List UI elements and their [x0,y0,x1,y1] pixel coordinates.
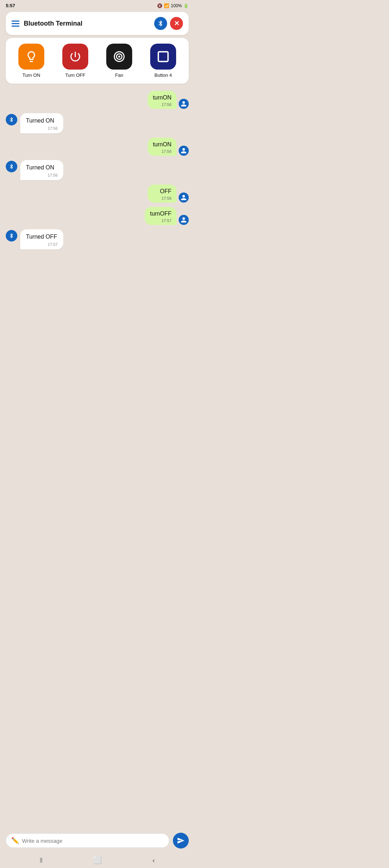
button4-label: Button 4 [155,72,172,78]
turn-on-wrap: Turn ON [18,44,44,78]
svg-rect-0 [158,52,168,62]
status-icons: 🔇 📶 100% 🔋 [157,3,189,8]
sent-time-2: 17:56 [153,149,171,154]
wifi-icon: 📶 [164,3,169,8]
bt-avatar-3 [6,230,17,242]
header: Bluetooth Terminal ✕ [6,12,189,35]
sent-bubble-4: turnOFF 17:57 [145,207,176,225]
button4-button[interactable] [150,44,176,70]
received-bubble-2: Turned ON 17:56 [20,160,63,180]
user-avatar-1 [179,99,189,109]
sent-bubble-1: turnON 17:56 [148,91,176,109]
sent-text-1: turnON [153,94,171,101]
fan-button[interactable] [106,44,132,70]
message-sent-4: turnOFF 17:57 [145,207,189,225]
sent-time-1: 17:56 [153,102,171,107]
message-received-1: Turned ON 17:56 [6,113,63,133]
sent-text-4: turnOFF [150,211,171,217]
message-sent-3: OFF 17:56 [148,185,189,203]
turn-off-wrap: Turn OFF [62,44,88,78]
status-bar: 5:57 🔇 📶 100% 🔋 [0,0,194,10]
battery-text: 100% [171,3,182,8]
turn-on-label: Turn ON [22,72,40,78]
message-received-2: Turned ON 17:56 [6,160,63,180]
received-bubble-3: Turned OFF 17:57 [20,229,63,249]
buttons-panel: Turn ON Turn OFF Fan Button 4 [6,38,189,84]
user-avatar-3 [179,192,189,203]
sent-text-3: OFF [153,188,171,195]
message-sent-2: turnON 17:56 [148,138,189,156]
received-bubble-1: Turned ON 17:56 [20,113,63,133]
sent-bubble-3: OFF 17:56 [148,185,176,203]
mute-icon: 🔇 [157,3,162,8]
menu-button[interactable] [12,21,19,27]
sent-bubble-2: turnON 17:56 [148,138,176,156]
received-time-2: 17:56 [26,173,58,177]
received-time-3: 17:57 [26,242,58,247]
button4-wrap: Button 4 [150,44,176,78]
fan-label: Fan [115,72,123,78]
user-avatar-2 [179,146,189,156]
fan-wrap: Fan [106,44,132,78]
status-time: 5:57 [6,3,15,8]
bt-avatar-2 [6,161,17,172]
user-avatar-4 [179,215,189,225]
message-received-3: Turned OFF 17:57 [6,229,63,249]
received-text-3: Turned OFF [26,234,58,240]
turn-off-label: Turn OFF [65,72,85,78]
header-icons: ✕ [154,17,183,30]
sent-time-4: 17:57 [150,218,171,223]
bt-avatar-1 [6,114,17,125]
sent-time-3: 17:56 [153,196,171,200]
chat-area: turnON 17:56 Turned ON 17:56 turnON 17:5… [0,87,194,294]
received-text-2: Turned ON [26,164,58,171]
turn-on-button[interactable] [18,44,44,70]
turn-off-button[interactable] [62,44,88,70]
close-button[interactable]: ✕ [170,17,183,30]
bluetooth-button[interactable] [154,17,167,30]
app-title: Bluetooth Terminal [24,20,82,27]
header-left: Bluetooth Terminal [12,20,82,27]
message-sent-1: turnON 17:56 [148,91,189,109]
sent-text-2: turnON [153,141,171,148]
battery-icon: 🔋 [183,3,189,8]
received-text-1: Turned ON [26,118,58,124]
received-time-1: 17:56 [26,126,58,130]
